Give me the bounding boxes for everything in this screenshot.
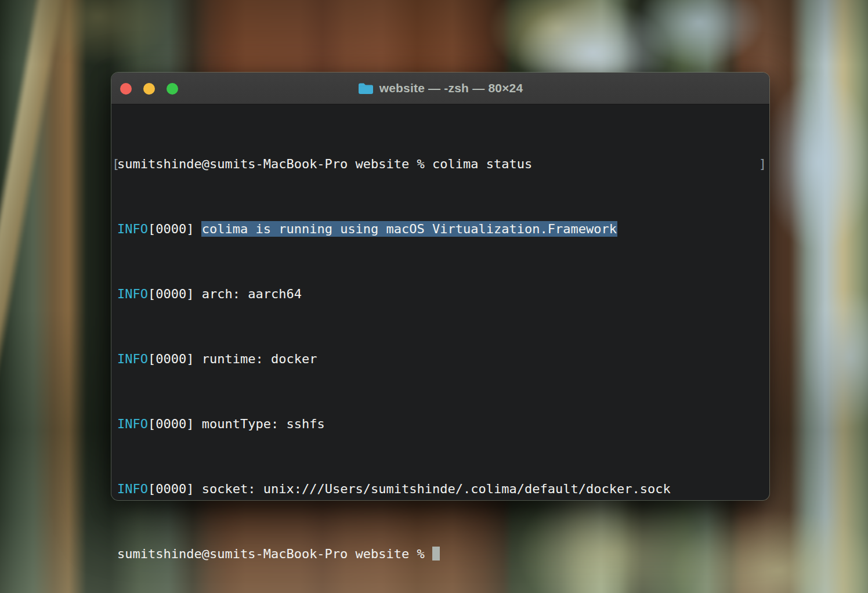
window-title: website — -zsh — 80×24 bbox=[379, 81, 523, 95]
title-group: website — -zsh — 80×24 bbox=[358, 81, 523, 95]
terminal-line-log: INFO[0000] mountType: sshfs bbox=[117, 416, 764, 432]
info-label: INFO bbox=[117, 222, 148, 236]
terminal-line-log: INFO[0000] colima is running using macOS… bbox=[117, 221, 764, 237]
terminal-window: website — -zsh — 80×24 [sumitshinde@sumi… bbox=[111, 73, 769, 500]
space bbox=[194, 482, 201, 496]
space bbox=[194, 417, 201, 431]
command-mark-open: [ bbox=[112, 156, 120, 172]
terminal-line-log: INFO[0000] runtime: docker bbox=[117, 351, 764, 367]
prompt-text: sumitshinde@sumits-MacBook-Pro website % bbox=[117, 547, 432, 561]
terminal-line-log: INFO[0000] socket: unix:///Users/sumitsh… bbox=[117, 481, 764, 497]
info-code: [0000] bbox=[148, 352, 194, 366]
log-text: socket: unix:///Users/sumitshinde/.colim… bbox=[202, 482, 671, 496]
folder-icon[interactable] bbox=[358, 82, 374, 95]
selected-text: colima is running using macOS Virtualiza… bbox=[202, 222, 617, 236]
command-mark-close: ] bbox=[759, 156, 766, 172]
log-text: runtime: docker bbox=[202, 352, 317, 366]
zoom-button[interactable] bbox=[167, 83, 178, 95]
space bbox=[194, 287, 201, 301]
info-label: INFO bbox=[117, 482, 148, 496]
info-code: [0000] bbox=[148, 222, 194, 236]
info-label: INFO bbox=[117, 352, 148, 366]
terminal-line-command: [sumitshinde@sumits-MacBook-Pro website … bbox=[117, 156, 764, 172]
space bbox=[194, 352, 201, 366]
minimize-button[interactable] bbox=[143, 83, 155, 95]
traffic-lights bbox=[120, 73, 178, 104]
log-text: mountType: sshfs bbox=[202, 417, 325, 431]
info-label: INFO bbox=[117, 287, 148, 301]
close-button[interactable] bbox=[120, 83, 132, 95]
info-label: INFO bbox=[117, 417, 148, 431]
titlebar[interactable]: website — -zsh — 80×24 bbox=[111, 73, 769, 104]
terminal-line-log: INFO[0000] arch: aarch64 bbox=[117, 286, 764, 302]
terminal-content[interactable]: [sumitshinde@sumits-MacBook-Pro website … bbox=[111, 104, 769, 593]
desktop-background: website — -zsh — 80×24 [sumitshinde@sumi… bbox=[0, 0, 868, 593]
text-cursor bbox=[432, 547, 440, 561]
info-code: [0000] bbox=[148, 287, 194, 301]
terminal-line-prompt: sumitshinde@sumits-MacBook-Pro website % bbox=[117, 546, 764, 562]
info-code: [0000] bbox=[148, 417, 194, 431]
info-code: [0000] bbox=[148, 482, 194, 496]
command-text: sumitshinde@sumits-MacBook-Pro website %… bbox=[117, 157, 532, 171]
space bbox=[194, 222, 201, 236]
log-text: arch: aarch64 bbox=[202, 287, 302, 301]
